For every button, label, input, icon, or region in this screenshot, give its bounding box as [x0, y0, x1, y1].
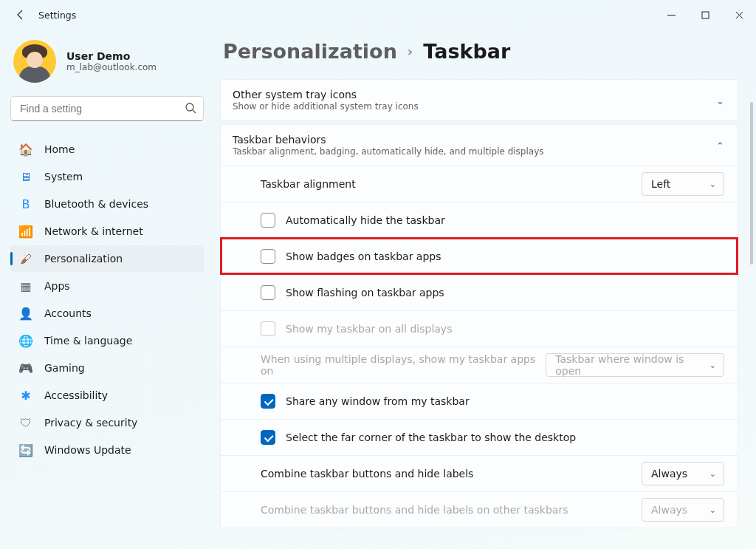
option-taskbar-alignment: Taskbar alignment Left ⌄ — [221, 166, 738, 202]
network-icon: 📶 — [19, 225, 32, 239]
sidebar-item-privacy[interactable]: 🛡Privacy & security — [10, 409, 204, 436]
option-all-displays: Show my taskbar on all displays — [221, 310, 738, 347]
close-button[interactable] — [722, 0, 756, 30]
checkbox-show-badges[interactable] — [261, 249, 275, 264]
sidebar-item-home[interactable]: 🏠Home — [10, 136, 204, 163]
sidebar-item-network[interactable]: 📶Network & internet — [10, 218, 204, 245]
personalization-icon: 🖌 — [19, 252, 32, 266]
option-label: Taskbar alignment — [261, 178, 356, 190]
user-name: User Demo — [66, 50, 157, 62]
privacy-icon: 🛡 — [19, 416, 32, 430]
minimize-button[interactable] — [654, 0, 688, 30]
sidebar-item-label: System — [44, 171, 83, 183]
chevron-down-icon: ⌄ — [709, 180, 716, 189]
option-multi-display-apps: When using multiple displays, show my ta… — [221, 347, 738, 383]
apps-icon: ▦ — [19, 279, 32, 293]
panel-title: Taskbar behaviors — [233, 134, 704, 146]
combine-dropdown[interactable]: Always ⌄ — [642, 462, 724, 485]
option-label: Show flashing on taskbar apps — [286, 287, 444, 299]
panel-taskbar-behaviors: Taskbar behaviors Taskbar alignment, bad… — [220, 124, 738, 528]
chevron-right-icon: › — [408, 44, 413, 59]
sidebar-item-label: Network & internet — [44, 225, 143, 237]
checkbox-show-flashing[interactable] — [261, 285, 275, 300]
search-icon — [185, 102, 196, 116]
option-label: Show badges on taskbar apps — [286, 250, 441, 262]
system-icon: 🖥 — [19, 170, 32, 184]
nav: 🏠Home🖥SystemBBluetooth & devices📶Network… — [10, 136, 204, 463]
chevron-up-icon: ⌃ — [716, 140, 724, 151]
sidebar-item-gaming[interactable]: 🎮Gaming — [10, 355, 204, 381]
panel-subtitle: Taskbar alignment, badging, automaticall… — [233, 146, 704, 157]
checkbox-far-corner[interactable] — [261, 430, 275, 445]
panel-other-tray-icons[interactable]: Other system tray icons Show or hide add… — [220, 79, 738, 121]
titlebar: Settings — [0, 0, 756, 30]
sidebar-item-personalization[interactable]: 🖌Personalization — [10, 245, 204, 272]
option-show-badges[interactable]: Show badges on taskbar apps — [221, 238, 738, 274]
main: Personalization › Taskbar Other system t… — [214, 30, 756, 549]
sidebar-item-accessibility[interactable]: ✱Accessibility — [10, 382, 204, 409]
dropdown-value: Taskbar where window is open — [555, 353, 709, 377]
sidebar-item-bluetooth[interactable]: BBluetooth & devices — [10, 191, 204, 217]
option-combine-buttons: Combine taskbar buttons and hide labels … — [221, 455, 738, 491]
sidebar-item-system[interactable]: 🖥System — [10, 163, 204, 190]
option-label: When using multiple displays, show my ta… — [261, 353, 546, 377]
sidebar: User Demo m_lab@outlook.com 🏠Home🖥System… — [0, 30, 214, 549]
chevron-down-icon: ⌄ — [709, 469, 716, 479]
sidebar-item-label: Home — [44, 143, 75, 155]
option-combine-other: Combine taskbar buttons and hide labels … — [221, 491, 738, 528]
panel-header-behaviors[interactable]: Taskbar behaviors Taskbar alignment, bad… — [221, 125, 738, 166]
option-show-flashing[interactable]: Show flashing on taskbar apps — [221, 274, 738, 310]
option-label: Combine taskbar buttons and hide labels — [261, 468, 473, 480]
accessibility-icon: ✱ — [19, 389, 32, 403]
bluetooth-icon: B — [19, 197, 32, 211]
option-label: Share any window from my taskbar — [286, 395, 470, 407]
sidebar-item-label: Accessibility — [44, 389, 108, 401]
sidebar-item-accounts[interactable]: 👤Accounts — [10, 300, 204, 327]
dropdown-value: Always — [651, 468, 687, 480]
sidebar-item-label: Personalization — [44, 253, 123, 265]
sidebar-item-label: Accounts — [44, 307, 92, 319]
sidebar-item-label: Gaming — [44, 362, 85, 374]
option-label: Select the far corner of the taskbar to … — [286, 432, 576, 443]
profile[interactable]: User Demo m_lab@outlook.com — [10, 37, 204, 96]
checkbox-auto-hide[interactable] — [261, 213, 275, 228]
back-button[interactable] — [6, 0, 35, 30]
chevron-down-icon: ⌄ — [709, 505, 716, 515]
sidebar-item-time[interactable]: 🌐Time & language — [10, 327, 204, 354]
option-share-window[interactable]: Share any window from my taskbar — [221, 383, 738, 419]
option-far-corner[interactable]: Select the far corner of the taskbar to … — [221, 419, 738, 455]
window-controls — [654, 0, 756, 30]
search-input[interactable] — [10, 96, 204, 121]
sidebar-item-label: Apps — [44, 280, 70, 292]
svg-rect-0 — [702, 12, 709, 18]
accounts-icon: 👤 — [19, 307, 32, 321]
window-title: Settings — [38, 10, 76, 21]
scrollbar[interactable] — [750, 102, 753, 265]
panel-title: Other system tray icons — [233, 89, 704, 100]
multi-display-dropdown: Taskbar where window is open ⌄ — [546, 353, 724, 377]
checkbox-share-window[interactable] — [261, 394, 275, 409]
combine-other-dropdown: Always ⌄ — [642, 498, 724, 522]
sidebar-item-label: Privacy & security — [44, 417, 137, 429]
sidebar-item-label: Time & language — [44, 335, 132, 347]
chevron-down-icon: ⌄ — [709, 361, 716, 370]
option-auto-hide[interactable]: Automatically hide the taskbar — [221, 202, 738, 238]
avatar — [13, 40, 56, 83]
maximize-button[interactable] — [688, 0, 722, 30]
option-label: Combine taskbar buttons and hide labels … — [261, 504, 568, 516]
alignment-dropdown[interactable]: Left ⌄ — [642, 172, 724, 196]
dropdown-value: Always — [651, 504, 687, 516]
checkbox-all-displays — [261, 321, 275, 336]
breadcrumb-parent[interactable]: Personalization — [223, 40, 397, 63]
sidebar-item-apps[interactable]: ▦Apps — [10, 273, 204, 299]
breadcrumb-current: Taskbar — [423, 40, 510, 63]
gaming-icon: 🎮 — [19, 361, 32, 375]
breadcrumb: Personalization › Taskbar — [223, 40, 738, 63]
sidebar-item-update[interactable]: 🔄Windows Update — [10, 437, 204, 463]
sidebar-item-label: Bluetooth & devices — [44, 198, 148, 210]
svg-point-1 — [186, 103, 193, 111]
user-email: m_lab@outlook.com — [66, 62, 157, 72]
option-label: Automatically hide the taskbar — [286, 214, 445, 226]
search — [10, 96, 204, 121]
home-icon: 🏠 — [19, 143, 32, 157]
